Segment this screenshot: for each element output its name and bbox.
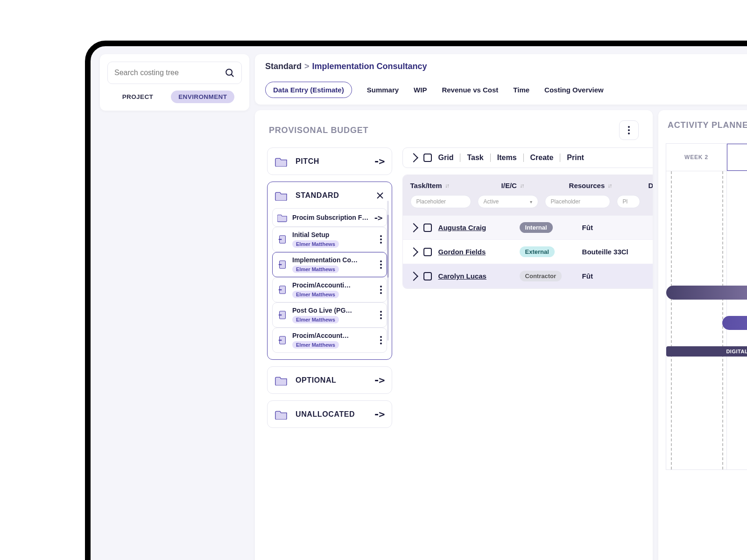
- segment-project[interactable]: PROJECT: [115, 91, 161, 103]
- action-create[interactable]: Create: [530, 154, 554, 162]
- chevron-right-icon[interactable]: [409, 247, 418, 257]
- main-header: Standard > Implementation Consultancy Da…: [255, 54, 747, 105]
- kebab-icon[interactable]: [380, 260, 382, 269]
- folder-icon: [275, 375, 288, 385]
- file-title: Procim Subscription Fees: [292, 214, 369, 221]
- gantt-area[interactable]: STANDARD - DIGITAL PERSONNEL - 3.5 WE: [666, 171, 747, 470]
- folder-label: OPTIONAL: [296, 376, 336, 385]
- arrow-right-icon: ->: [374, 213, 382, 223]
- row-resource: Bouteille 33Cl: [582, 248, 648, 256]
- tree-file-item[interactable]: Procim Subscription Fees ->: [272, 208, 387, 227]
- breadcrumb: Standard > Implementation Consultancy: [265, 62, 747, 71]
- row-name[interactable]: Carolyn Lucas: [438, 272, 486, 280]
- th-department[interactable]: De: [648, 182, 653, 189]
- planner-week-header: WEEK 2: [666, 143, 747, 171]
- document-icon: [277, 285, 288, 295]
- svg-point-0: [226, 69, 232, 75]
- tab-revenue-cost[interactable]: Revenue vs Cost: [442, 86, 498, 94]
- tree-file-item[interactable]: Initial Setup Elmer Matthews: [272, 227, 387, 252]
- kebab-icon[interactable]: [380, 235, 382, 244]
- table-row[interactable]: Gordon Fields External Bouteille 33Cl Di…: [403, 240, 653, 264]
- tree-file-item[interactable]: Implementation Co… Elmer Matthews: [272, 252, 387, 277]
- folder-unallocated[interactable]: UNALLOCATED ->: [267, 400, 392, 428]
- folder-pitch[interactable]: PITCH ->: [267, 147, 392, 175]
- chevron-right-icon[interactable]: [409, 272, 418, 281]
- file-owner-badge: Elmer Matthews: [292, 316, 339, 323]
- tree-scrollbar[interactable]: [387, 201, 389, 341]
- tree-file-item[interactable]: Post Go Live (PG… Elmer Matthews: [272, 302, 387, 328]
- search-input-wrap[interactable]: [107, 62, 242, 84]
- folder-label: PITCH: [296, 157, 319, 166]
- row-iec-pill: External: [520, 246, 555, 257]
- tree-file-item[interactable]: Procim/Account… Elmer Matthews: [272, 328, 387, 353]
- chevron-right-icon[interactable]: [409, 223, 418, 232]
- tree-file-item[interactable]: Procim/Accounti… Elmer Matthews: [272, 277, 387, 302]
- search-input[interactable]: [114, 69, 220, 77]
- folder-optional[interactable]: OPTIONAL ->: [267, 366, 392, 394]
- folder-icon: [275, 156, 288, 167]
- row-name[interactable]: Gordon Fields: [438, 248, 486, 256]
- kebab-icon[interactable]: [380, 286, 382, 294]
- document-icon: [277, 310, 288, 320]
- chevron-right-icon[interactable]: [409, 153, 418, 162]
- row-checkbox[interactable]: [423, 224, 432, 232]
- kebab-icon[interactable]: [380, 311, 382, 319]
- svg-line-1: [231, 74, 233, 77]
- sidebar-search-card: PROJECT ENVIRONMENT: [100, 54, 249, 111]
- folder-label: STANDARD: [296, 191, 339, 200]
- budget-menu-button[interactable]: [619, 120, 639, 140]
- th-task[interactable]: Task/Item↓↑: [410, 182, 487, 189]
- gantt-bar[interactable]: [666, 286, 747, 300]
- folder-label: UNALLOCATED: [296, 410, 355, 419]
- file-title: Implementation Co…: [292, 256, 375, 264]
- kebab-icon[interactable]: [380, 336, 382, 344]
- th-iec[interactable]: I/E/C↓↑: [501, 182, 555, 189]
- kebab-icon: [628, 126, 630, 134]
- week-cell[interactable]: WEEK 2: [666, 144, 727, 171]
- breadcrumb-sep: >: [304, 62, 310, 71]
- gantt-bar-standard[interactable]: STANDARD -: [722, 316, 747, 330]
- tab-summary[interactable]: Summary: [367, 86, 399, 94]
- tab-costing-overview[interactable]: Costing Overview: [544, 86, 604, 94]
- breadcrumb-root[interactable]: Standard: [265, 62, 302, 71]
- document-icon: [277, 234, 288, 245]
- row-name[interactable]: Augusta Craig: [438, 224, 486, 231]
- tab-wip[interactable]: WIP: [414, 86, 427, 94]
- table-row[interactable]: Augusta Craig Internal Fût Div: [403, 216, 653, 240]
- file-title: Initial Setup: [292, 231, 375, 238]
- table-body: Augusta Craig Internal Fût Div Gordon Fi…: [403, 216, 653, 288]
- file-title: Procim/Account…: [292, 332, 375, 339]
- budget-panel: PROVISONAL BUDGET: [255, 110, 653, 560]
- row-checkbox[interactable]: [423, 248, 432, 256]
- segment-environment[interactable]: ENVIRONMENT: [171, 91, 234, 103]
- close-icon[interactable]: [376, 191, 384, 200]
- week-cell-active[interactable]: [727, 144, 747, 171]
- budget-tree: PITCH -> STANDARD: [267, 147, 392, 434]
- filter-iec[interactable]: Active ▾: [478, 195, 538, 208]
- planner-title: ACTIVITY PLANNER: [666, 120, 747, 130]
- row-resource: Fût: [582, 224, 648, 231]
- action-items[interactable]: Items: [497, 154, 517, 162]
- action-grid[interactable]: Grid: [438, 154, 454, 162]
- action-print[interactable]: Print: [567, 154, 584, 162]
- grid-area: Grid Task Items Create Print: [402, 147, 653, 434]
- table-row[interactable]: Carolyn Lucas Contractor Fût Div: [403, 264, 653, 288]
- chevron-down-icon: ▾: [530, 199, 532, 204]
- tab-time[interactable]: Time: [513, 86, 529, 94]
- tab-data-entry[interactable]: Data Entry (Estimate): [265, 82, 352, 98]
- filter-resources[interactable]: Placeholder: [545, 195, 610, 208]
- th-resources[interactable]: Resources↓↑: [569, 182, 634, 189]
- budget-title: PROVISONAL BUDGET: [269, 126, 368, 135]
- gantt-bar-digital[interactable]: DIGITAL PERSONNEL - 3.5 WE: [666, 346, 747, 357]
- select-all-checkbox[interactable]: [423, 154, 432, 162]
- file-owner-badge: Elmer Matthews: [292, 291, 339, 298]
- action-task[interactable]: Task: [467, 154, 483, 162]
- arrow-right-icon: ->: [374, 408, 384, 420]
- file-owner-badge: Elmer Matthews: [292, 341, 339, 349]
- filter-task[interactable]: Placeholder: [410, 195, 471, 208]
- filter-department[interactable]: Pl: [617, 195, 640, 208]
- folder-standard: STANDARD Procim Subscription Fees ->: [267, 182, 392, 360]
- arrow-right-icon: ->: [374, 374, 384, 386]
- row-checkbox[interactable]: [423, 272, 432, 280]
- folder-icon: [275, 409, 288, 420]
